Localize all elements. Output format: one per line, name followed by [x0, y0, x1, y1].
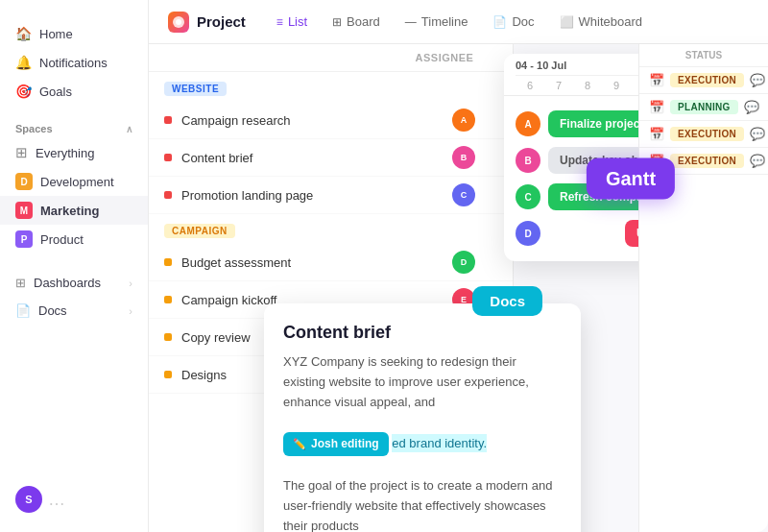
docs-panel-title: Content brief [283, 323, 562, 343]
task-col-assignee-header: ASSIGNEE [411, 52, 478, 63]
project-title: Project [197, 13, 246, 30]
topbar: Project ≡ List ⊞ Board — Timeline 📄 Doc … [149, 0, 768, 44]
bell-icon: 🔔 [15, 55, 32, 70]
status-row: 📅 EXECUTION 💬 [639, 121, 768, 148]
sidebar-item-home[interactable]: 🏠 Home [0, 19, 148, 48]
content-area: ASSIGNEE WEBSITE Campaign research A Con… [149, 44, 768, 532]
topbar-title-group: Project [168, 12, 246, 33]
sidebar-item-notifications[interactable]: 🔔 Notifications [0, 48, 148, 77]
sidebar-marketing-label: Marketing [40, 204, 99, 218]
sidebar: 🏠 Home 🔔 Notifications 🎯 Goals Spaces ∧ … [0, 0, 149, 532]
tab-list[interactable]: ≡ List [265, 9, 319, 35]
gantt-day: 6 [516, 80, 544, 91]
calendar-icon: 📅 [649, 100, 664, 114]
campaign-badge: CAMPAIGN [164, 224, 235, 238]
docs-body-before: XYZ Company is seeking to redesign their… [283, 354, 529, 409]
table-row[interactable]: Budget assessment D [149, 244, 513, 281]
gantt-week1-label: 04 - 10 Jul [516, 60, 566, 71]
marketing-dot: M [15, 202, 33, 219]
list-icon: ≡ [276, 15, 283, 29]
task-assignee: C [430, 183, 497, 206]
website-section-header: WEBSITE [149, 72, 513, 102]
svg-point-1 [176, 19, 181, 25]
docs-panel-body: XYZ Company is seeking to redesign their… [283, 352, 562, 532]
sidebar-item-product[interactable]: P Product [0, 225, 148, 254]
spaces-chevron-icon: ∧ [126, 124, 132, 134]
sidebar-item-goals[interactable]: 🎯 Goals [0, 77, 148, 106]
docs-floating-badge: Docs [472, 286, 542, 316]
docs-editing-badge: ✏️ Josh editing [283, 432, 389, 456]
tab-board[interactable]: ⊞ Board [321, 9, 392, 35]
task-name: Promotion landing page [181, 188, 430, 203]
everything-grid-icon: ⊞ [15, 144, 28, 161]
sidebar-product-label: Product [40, 232, 84, 247]
calendar-icon: 📅 [649, 73, 664, 87]
sidebar-item-dashboards[interactable]: ⊞ Dashboards › [0, 269, 148, 297]
sidebar-item-everything[interactable]: ⊞ Everything [0, 138, 148, 167]
task-name: Campaign research [181, 113, 430, 128]
avatar: D [516, 221, 540, 246]
tab-doc[interactable]: 📄 Doc [481, 9, 545, 35]
tab-doc-label: Doc [512, 14, 534, 29]
tab-list-label: List [288, 14, 307, 29]
sidebar-item-development[interactable]: D Development [0, 167, 148, 196]
tab-whiteboard[interactable]: ⬜ Whiteboard [548, 9, 654, 35]
docs-chevron-icon: › [129, 305, 132, 317]
task-status-dot [164, 333, 172, 341]
doc-icon: 📄 [492, 15, 507, 29]
main-area: Project ≡ List ⊞ Board — Timeline 📄 Doc … [149, 0, 768, 532]
dashboards-icon: ⊞ [15, 276, 26, 290]
task-status-dot [164, 258, 172, 266]
docs-icon: 📄 [15, 303, 31, 318]
board-icon: ⊞ [332, 15, 342, 29]
campaign-section-header: CAMPAIGN [149, 214, 513, 244]
avatar: C [516, 184, 540, 209]
product-dot: P [15, 230, 33, 248]
task-status-dot [164, 296, 172, 303]
sidebar-notifications-label: Notifications [39, 56, 108, 70]
chat-icon: 💬 [750, 154, 765, 168]
pencil-icon: ✏️ [293, 436, 306, 453]
right-header: STATUS [639, 44, 768, 67]
avatar: B [516, 148, 540, 173]
sidebar-item-docs[interactable]: 📄 Docs › [0, 297, 148, 325]
docs-panel: Docs Content brief XYZ Company is seekin… [264, 303, 581, 532]
topbar-nav: ≡ List ⊞ Board — Timeline 📄 Doc ⬜ Whiteb… [265, 9, 654, 35]
table-row[interactable]: Campaign research A [149, 102, 513, 139]
gantt-tooltip-label: Gantt [587, 158, 675, 200]
table-row[interactable]: Content brief B [149, 139, 513, 177]
timeline-icon: — [405, 15, 417, 29]
sidebar-item-marketing[interactable]: M Marketing [0, 196, 148, 225]
task-status-dot [164, 191, 172, 199]
sidebar-goals-label: Goals [39, 85, 72, 99]
task-name: Content brief [181, 151, 430, 165]
dashboards-chevron-icon: › [129, 278, 132, 289]
avatar: C [452, 183, 475, 206]
sidebar-home-label: Home [39, 27, 73, 41]
chat-icon: 💬 [744, 100, 759, 114]
avatar[interactable]: S [15, 486, 42, 513]
docs-body-after: The goal of the project is to create a m… [283, 478, 552, 532]
task-status-dot [164, 116, 172, 124]
status-badge: EXECUTION [670, 154, 744, 168]
home-icon: 🏠 [15, 26, 32, 41]
sidebar-docs-label: Docs [38, 303, 67, 318]
chat-icon: 💬 [750, 127, 765, 141]
gantt-day: 9 [602, 80, 631, 91]
task-status-dot [164, 371, 172, 378]
avatar: D [452, 251, 475, 274]
spaces-section-header: Spaces ∧ [0, 113, 148, 138]
table-row[interactable]: Promotion landing page C [149, 177, 513, 214]
task-status-dot [164, 154, 172, 161]
docs-badge-container: Docs [472, 286, 542, 316]
tab-whiteboard-label: Whiteboard [579, 14, 642, 29]
user-avatar-row: S … [0, 478, 149, 520]
tab-board-label: Board [347, 14, 380, 29]
status-row: 📅 PLANNING 💬 [639, 94, 768, 121]
editing-label: Josh editing [311, 435, 379, 453]
sidebar-bottom-section: ⊞ Dashboards › 📄 Docs › [0, 269, 148, 325]
avatar: A [452, 109, 475, 132]
website-badge: WEBSITE [164, 82, 227, 96]
development-dot: D [15, 173, 33, 190]
tab-timeline[interactable]: — Timeline [394, 9, 480, 35]
